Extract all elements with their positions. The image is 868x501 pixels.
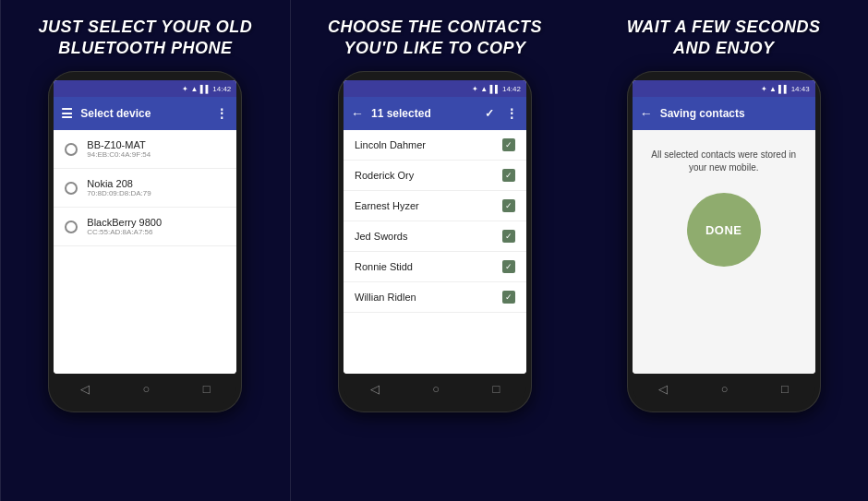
contact-item-2[interactable]: Roderick Ory ✓ [344,161,526,191]
contact-name-4: Jed Swords [355,231,495,242]
status-bar-1: ✦ ▲ ▌▌ 14:42 [54,80,236,97]
contact-check-4[interactable]: ✓ [502,230,515,243]
contact-name-1: Lincoln Dahmer [355,139,495,150]
contact-check-6[interactable]: ✓ [502,291,515,304]
device-mac-2: 70:8D:09:D8:DA:79 [87,189,151,197]
contact-name-6: Willian Ridlen [355,292,495,303]
appbar-title-2: 11 selected [371,107,477,120]
screen-3: ✦ ▲ ▌▌ 14:43 ← Saving contacts All selec… [633,80,815,374]
contact-name-2: Roderick Ory [355,170,495,181]
panel3-title: WAIT A FEW SECONDSAND ENJOY [627,17,821,58]
contact-item-1[interactable]: Lincoln Dahmer ✓ [344,130,526,161]
saving-message: All selected contacts were stored in you… [633,149,815,174]
device-radio-3[interactable] [65,221,78,233]
back-nav-3[interactable]: ◁ [658,382,668,396]
panel-select-device: JUST SELECT YOUR OLDBLUETOOTH PHONE ✦ ▲ … [0,0,291,501]
home-nav-2[interactable]: ○ [432,382,440,396]
device-item-1[interactable]: BB-Z10-MAT 94:EB:C0:4A:9F:54 [54,130,236,169]
back-icon-3[interactable]: ← [640,106,653,121]
recents-nav-1[interactable]: □ [203,382,211,396]
back-icon-2[interactable]: ← [351,106,364,121]
status-icons-3: ✦ ▲ ▌▌ 14:43 [761,85,810,93]
appbar-title-3: Saving contacts [660,107,808,120]
device-item-2[interactable]: Nokia 208 70:8D:09:D8:DA:79 [54,169,236,208]
back-nav-2[interactable]: ◁ [370,382,380,396]
panel2-title: CHOOSE THE CONTACTSYOU'D LIKE TO COPY [328,17,542,58]
nav-bar-3: ◁ ○ □ [633,374,815,403]
contact-item-6[interactable]: Willian Ridlen ✓ [344,282,526,313]
status-icons-2: ✦ ▲ ▌▌ 14:42 [472,85,521,93]
appbar-1: ☰ Select device ⋮ [54,97,236,130]
screen-2: ✦ ▲ ▌▌ 14:42 ← 11 selected ✓ ⋮ Lincoln D… [344,80,526,374]
device-name-2: Nokia 208 [87,178,151,189]
contact-check-3[interactable]: ✓ [502,199,515,212]
recents-nav-2[interactable]: □ [492,382,500,396]
contact-check-5[interactable]: ✓ [502,260,515,273]
phone-1: ✦ ▲ ▌▌ 14:42 ☰ Select device ⋮ BB-Z10-MA… [48,71,242,412]
phone-2: ✦ ▲ ▌▌ 14:42 ← 11 selected ✓ ⋮ Lincoln D… [338,71,532,412]
panel-choose-contacts: CHOOSE THE CONTACTSYOU'D LIKE TO COPY ✦ … [291,0,580,501]
panel-saving: WAIT A FEW SECONDSAND ENJOY ✦ ▲ ▌▌ 14:43… [579,0,868,501]
device-radio-1[interactable] [65,143,78,156]
appbar-3: ← Saving contacts [633,97,815,130]
contact-check-1[interactable]: ✓ [502,138,515,151]
device-mac-1: 94:EB:C0:4A:9F:54 [87,150,151,159]
device-item-3[interactable]: BlackBerry 9800 CC:55:AD:8A:A7:56 [54,208,236,246]
contact-check-2[interactable]: ✓ [502,169,515,182]
contact-list: Lincoln Dahmer ✓ Roderick Ory ✓ Earnest … [344,130,526,374]
menu-icon[interactable]: ☰ [61,106,73,121]
appbar-2: ← 11 selected ✓ ⋮ [344,97,526,130]
device-name-1: BB-Z10-MAT [87,139,151,150]
overflow-icon-2[interactable]: ⋮ [505,106,519,121]
status-bar-2: ✦ ▲ ▌▌ 14:42 [344,80,526,97]
contact-item-4[interactable]: Jed Swords ✓ [344,221,526,252]
screen-1: ✦ ▲ ▌▌ 14:42 ☰ Select device ⋮ BB-Z10-MA… [54,80,236,374]
contact-name-3: Earnest Hyzer [355,200,495,211]
contact-item-5[interactable]: Ronnie Stidd ✓ [344,252,526,282]
saving-content: All selected contacts were stored in you… [633,130,815,374]
home-nav-3[interactable]: ○ [721,382,729,396]
done-button[interactable]: DONE [687,193,761,267]
nav-bar-1: ◁ ○ □ [54,374,236,403]
device-mac-3: CC:55:AD:8A:A7:56 [87,228,162,236]
device-list: BB-Z10-MAT 94:EB:C0:4A:9F:54 Nokia 208 7… [54,130,236,374]
check-all-icon[interactable]: ✓ [485,107,494,120]
overflow-icon-1[interactable]: ⋮ [215,106,229,121]
phone-3: ✦ ▲ ▌▌ 14:43 ← Saving contacts All selec… [627,71,821,412]
back-nav-1[interactable]: ◁ [80,382,90,396]
panel1-title: JUST SELECT YOUR OLDBLUETOOTH PHONE [38,17,252,58]
status-bar-3: ✦ ▲ ▌▌ 14:43 [633,80,815,97]
nav-bar-2: ◁ ○ □ [344,374,526,403]
contact-name-5: Ronnie Stidd [355,261,495,272]
device-name-3: BlackBerry 9800 [87,217,162,228]
contact-item-3[interactable]: Earnest Hyzer ✓ [344,191,526,221]
appbar-title-1: Select device [80,107,208,120]
home-nav-1[interactable]: ○ [142,382,150,396]
status-icons-1: ✦ ▲ ▌▌ 14:42 [182,85,231,93]
device-radio-2[interactable] [65,182,78,195]
recents-nav-3[interactable]: □ [781,382,789,396]
